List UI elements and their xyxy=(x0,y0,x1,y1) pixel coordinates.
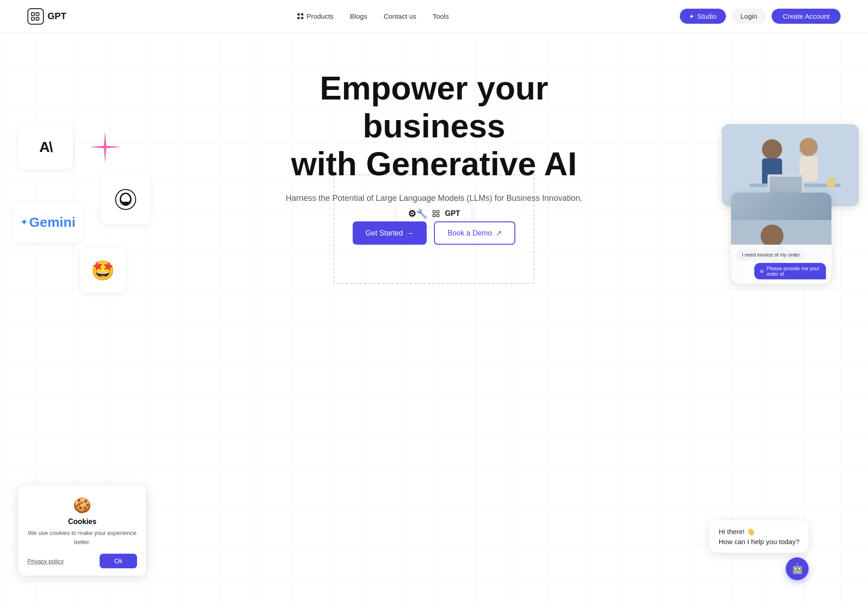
hero-headline: Empower your business with Generative AI xyxy=(274,69,594,183)
hero-buttons: Get Started → Book a Demo ↗ xyxy=(9,221,859,245)
chat-bot-avatar-button[interactable]: 🤖 xyxy=(786,557,809,580)
studio-star-icon: ✦ xyxy=(689,13,694,20)
nav-right: ✦ Studio Login Create Account xyxy=(680,9,841,24)
hero-section: Empower your business with Generative AI… xyxy=(0,33,868,263)
nav-blogs[interactable]: Blogs xyxy=(350,12,367,20)
book-demo-button[interactable]: Book a Demo ↗ xyxy=(434,221,515,245)
logo[interactable]: GPT xyxy=(27,8,66,25)
cookie-banner: 🍪 Cookies We use cookies to make your ex… xyxy=(18,486,146,576)
logo-icon xyxy=(27,8,44,25)
chat-bubble-bottom-right: Hi there! 👋 How can I help you today? xyxy=(709,520,809,553)
bot-avatar-icon: 🤖 xyxy=(791,563,804,575)
nav-products[interactable]: Products xyxy=(297,12,333,20)
grid-icon xyxy=(297,13,304,20)
svg-rect-2 xyxy=(36,12,39,15)
hero-subtext: Harness the Potential of Large Language … xyxy=(9,194,859,203)
cookie-ok-button[interactable]: Ok xyxy=(100,554,137,568)
create-account-button[interactable]: Create Account xyxy=(772,9,841,24)
chat-greeting: Hi there! 👋 xyxy=(719,528,799,536)
arrow-right-icon: → xyxy=(407,229,414,237)
cookie-title: Cookies xyxy=(27,518,137,526)
nav-tools[interactable]: Tools xyxy=(433,12,449,20)
privacy-policy-button[interactable]: Privacy policy xyxy=(27,558,64,565)
navbar: GPT Products Blogs Contact us Tools ✦ St… xyxy=(0,0,868,33)
below-hero xyxy=(0,263,868,446)
cookie-icon: 🍪 xyxy=(27,497,137,514)
logo-text: GPT xyxy=(48,11,66,21)
cookie-description: We use cookies to make your experience b… xyxy=(27,529,137,546)
nav-contact[interactable]: Contact us xyxy=(384,12,417,20)
arrow-up-right-icon: ↗ xyxy=(496,229,502,237)
nav-links: Products Blogs Contact us Tools xyxy=(297,12,449,20)
studio-button[interactable]: ✦ Studio xyxy=(680,9,726,24)
get-started-button[interactable]: Get Started → xyxy=(353,221,427,245)
cookie-buttons: Privacy policy Ok xyxy=(27,554,137,568)
svg-rect-3 xyxy=(36,17,39,20)
chat-help-text: How can I help you today? xyxy=(719,538,799,545)
svg-rect-0 xyxy=(32,12,34,15)
svg-rect-1 xyxy=(32,17,34,20)
login-button[interactable]: Login xyxy=(731,9,767,24)
